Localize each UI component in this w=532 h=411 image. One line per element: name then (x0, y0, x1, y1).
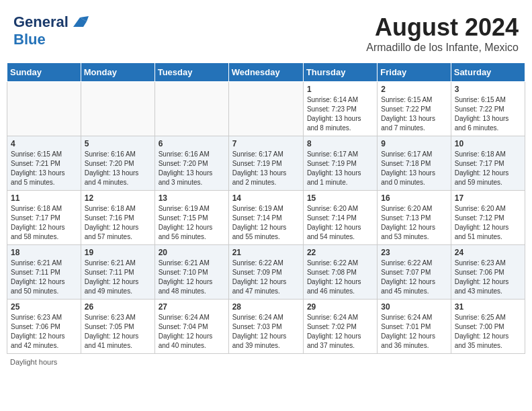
calendar-cell: 10Sunrise: 6:18 AM Sunset: 7:17 PM Dayli… (451, 136, 525, 191)
day-number: 21 (232, 248, 300, 257)
day-number: 23 (381, 248, 447, 257)
col-thursday: Thursday (303, 63, 377, 82)
subtitle: Armadillo de los Infante, Mexico (366, 42, 519, 54)
day-number: 14 (232, 193, 300, 203)
calendar-cell (7, 82, 81, 136)
day-info: Sunrise: 6:21 AM Sunset: 7:11 PM Dayligh… (11, 259, 77, 296)
day-number: 1 (307, 85, 373, 94)
page-header: General Blue August 2024 Armadillo de lo… (7, 7, 525, 57)
day-info: Sunrise: 6:14 AM Sunset: 7:23 PM Dayligh… (307, 95, 373, 133)
col-friday: Friday (378, 63, 451, 82)
calendar-header-row: Sunday Monday Tuesday Wednesday Thursday… (7, 63, 525, 82)
calendar-cell: 5Sunrise: 6:16 AM Sunset: 7:20 PM Daylig… (81, 136, 154, 191)
logo: General Blue (13, 13, 90, 48)
day-number: 24 (455, 248, 521, 257)
calendar-week-3: 11Sunrise: 6:18 AM Sunset: 7:17 PM Dayli… (7, 191, 525, 245)
day-number: 30 (381, 302, 447, 312)
calendar-cell: 31Sunrise: 6:25 AM Sunset: 7:00 PM Dayli… (451, 300, 525, 354)
calendar-week-2: 4Sunrise: 6:15 AM Sunset: 7:21 PM Daylig… (7, 136, 525, 191)
calendar-cell: 4Sunrise: 6:15 AM Sunset: 7:21 PM Daylig… (7, 136, 81, 191)
day-info: Sunrise: 6:24 AM Sunset: 7:03 PM Dayligh… (232, 313, 300, 351)
day-info: Sunrise: 6:17 AM Sunset: 7:19 PM Dayligh… (307, 150, 373, 187)
calendar-cell: 6Sunrise: 6:16 AM Sunset: 7:20 PM Daylig… (154, 136, 228, 191)
day-number: 8 (307, 139, 373, 148)
day-info: Sunrise: 6:18 AM Sunset: 7:16 PM Dayligh… (85, 204, 151, 242)
calendar-cell: 27Sunrise: 6:24 AM Sunset: 7:04 PM Dayli… (154, 300, 228, 354)
day-number: 2 (381, 85, 447, 94)
calendar-cell: 9Sunrise: 6:17 AM Sunset: 7:18 PM Daylig… (378, 136, 451, 191)
col-monday: Monday (81, 63, 154, 82)
day-number: 28 (232, 302, 300, 312)
calendar-cell: 21Sunrise: 6:22 AM Sunset: 7:09 PM Dayli… (228, 245, 303, 300)
day-number: 17 (455, 193, 521, 203)
day-info: Sunrise: 6:17 AM Sunset: 7:18 PM Dayligh… (381, 150, 447, 187)
calendar-cell: 1Sunrise: 6:14 AM Sunset: 7:23 PM Daylig… (303, 82, 377, 136)
calendar-cell (81, 82, 154, 136)
calendar-cell: 20Sunrise: 6:21 AM Sunset: 7:10 PM Dayli… (154, 245, 228, 300)
calendar-cell: 25Sunrise: 6:23 AM Sunset: 7:06 PM Dayli… (7, 300, 81, 354)
calendar-cell: 29Sunrise: 6:24 AM Sunset: 7:02 PM Dayli… (303, 300, 377, 354)
title-block: August 2024 Armadillo de los Infante, Me… (366, 13, 519, 54)
day-info: Sunrise: 6:24 AM Sunset: 7:02 PM Dayligh… (307, 313, 373, 351)
day-number: 26 (85, 302, 151, 312)
calendar-week-1: 1Sunrise: 6:14 AM Sunset: 7:23 PM Daylig… (7, 82, 525, 136)
day-info: Sunrise: 6:23 AM Sunset: 7:05 PM Dayligh… (85, 313, 151, 351)
calendar-cell (154, 82, 228, 136)
day-number: 11 (11, 193, 77, 203)
day-info: Sunrise: 6:15 AM Sunset: 7:22 PM Dayligh… (455, 95, 521, 133)
day-info: Sunrise: 6:25 AM Sunset: 7:00 PM Dayligh… (455, 313, 521, 351)
month-title: August 2024 (366, 13, 519, 42)
calendar-week-4: 18Sunrise: 6:21 AM Sunset: 7:11 PM Dayli… (7, 245, 525, 300)
day-info: Sunrise: 6:20 AM Sunset: 7:12 PM Dayligh… (455, 204, 521, 242)
day-number: 29 (307, 302, 373, 312)
day-info: Sunrise: 6:19 AM Sunset: 7:15 PM Dayligh… (159, 204, 225, 242)
day-info: Sunrise: 6:17 AM Sunset: 7:19 PM Dayligh… (232, 150, 300, 187)
calendar-cell (228, 82, 303, 136)
calendar-cell: 14Sunrise: 6:19 AM Sunset: 7:14 PM Dayli… (228, 191, 303, 245)
day-number: 12 (85, 193, 151, 203)
calendar-cell: 24Sunrise: 6:23 AM Sunset: 7:06 PM Dayli… (451, 245, 525, 300)
logo-text-general: General (13, 13, 69, 31)
day-number: 10 (455, 139, 521, 148)
day-info: Sunrise: 6:23 AM Sunset: 7:06 PM Dayligh… (11, 313, 77, 351)
day-number: 19 (85, 248, 151, 257)
calendar-cell: 17Sunrise: 6:20 AM Sunset: 7:12 PM Dayli… (451, 191, 525, 245)
calendar-cell: 15Sunrise: 6:20 AM Sunset: 7:14 PM Dayli… (303, 191, 377, 245)
day-number: 6 (159, 139, 225, 148)
day-info: Sunrise: 6:23 AM Sunset: 7:06 PM Dayligh… (455, 259, 521, 296)
calendar-cell: 30Sunrise: 6:24 AM Sunset: 7:01 PM Dayli… (378, 300, 451, 354)
calendar-cell: 11Sunrise: 6:18 AM Sunset: 7:17 PM Dayli… (7, 191, 81, 245)
calendar-cell: 7Sunrise: 6:17 AM Sunset: 7:19 PM Daylig… (228, 136, 303, 191)
day-number: 27 (159, 302, 225, 312)
calendar-cell: 3Sunrise: 6:15 AM Sunset: 7:22 PM Daylig… (451, 82, 525, 136)
calendar-cell: 19Sunrise: 6:21 AM Sunset: 7:11 PM Dayli… (81, 245, 154, 300)
day-info: Sunrise: 6:18 AM Sunset: 7:17 PM Dayligh… (11, 204, 77, 242)
day-info: Sunrise: 6:22 AM Sunset: 7:08 PM Dayligh… (307, 259, 373, 296)
day-info: Sunrise: 6:22 AM Sunset: 7:09 PM Dayligh… (232, 259, 300, 296)
day-info: Sunrise: 6:24 AM Sunset: 7:04 PM Dayligh… (159, 313, 225, 351)
calendar-cell: 22Sunrise: 6:22 AM Sunset: 7:08 PM Dayli… (303, 245, 377, 300)
daylight-hours-label: Daylight hours (10, 358, 57, 366)
day-info: Sunrise: 6:16 AM Sunset: 7:20 PM Dayligh… (85, 150, 151, 187)
calendar-cell: 26Sunrise: 6:23 AM Sunset: 7:05 PM Dayli… (81, 300, 154, 354)
col-wednesday: Wednesday (228, 63, 303, 82)
day-number: 3 (455, 85, 521, 94)
logo-bird-icon (70, 15, 90, 30)
day-info: Sunrise: 6:19 AM Sunset: 7:14 PM Dayligh… (232, 204, 300, 242)
day-number: 20 (159, 248, 225, 257)
day-info: Sunrise: 6:18 AM Sunset: 7:17 PM Dayligh… (455, 150, 521, 187)
day-number: 13 (159, 193, 225, 203)
day-info: Sunrise: 6:16 AM Sunset: 7:20 PM Dayligh… (159, 150, 225, 187)
day-number: 16 (381, 193, 447, 203)
day-number: 4 (11, 139, 77, 148)
day-info: Sunrise: 6:22 AM Sunset: 7:07 PM Dayligh… (381, 259, 447, 296)
day-number: 9 (381, 139, 447, 148)
day-number: 22 (307, 248, 373, 257)
footer: Daylight hours (7, 358, 525, 366)
logo-text-blue: Blue (13, 31, 46, 48)
col-sunday: Sunday (7, 63, 81, 82)
day-info: Sunrise: 6:15 AM Sunset: 7:21 PM Dayligh… (11, 150, 77, 187)
calendar-cell: 28Sunrise: 6:24 AM Sunset: 7:03 PM Dayli… (228, 300, 303, 354)
day-info: Sunrise: 6:21 AM Sunset: 7:11 PM Dayligh… (85, 259, 151, 296)
day-info: Sunrise: 6:20 AM Sunset: 7:13 PM Dayligh… (381, 204, 447, 242)
